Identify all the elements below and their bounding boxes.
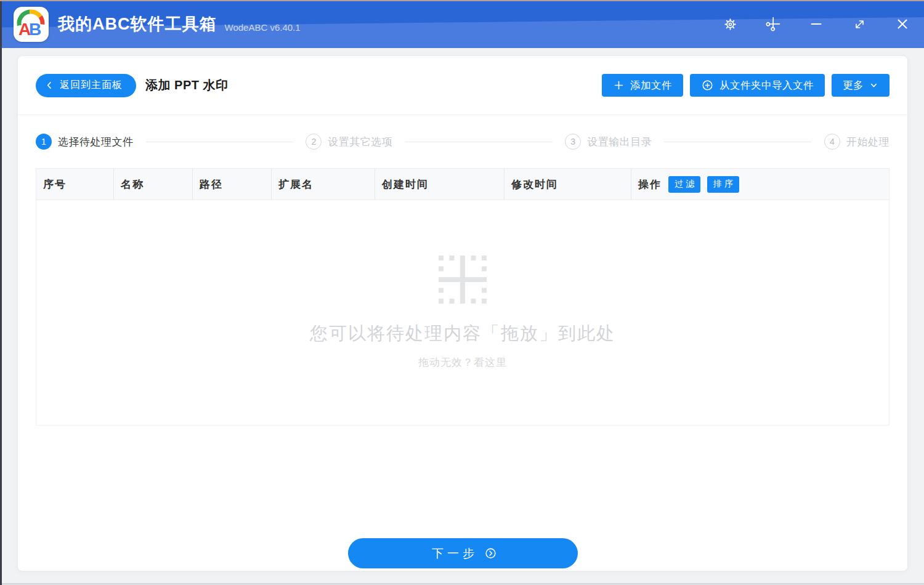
filter-button[interactable]: 过滤: [668, 176, 700, 193]
page-title: 添加 PPT 水印: [145, 77, 229, 94]
gear-icon: [723, 17, 737, 31]
step-3-output-dir[interactable]: 3 设置输出目录: [565, 134, 652, 150]
card-footer: 下一步: [18, 538, 907, 571]
import-from-folder-button[interactable]: 从文件夹中导入文件: [690, 74, 825, 97]
step-wizard: 1 选择待处理文件 2 设置其它选项 3 设置输出目录 4 开始处理: [18, 115, 907, 168]
snip-button[interactable]: [761, 12, 785, 36]
app-logo: A B: [14, 7, 49, 42]
step-1-label: 选择待处理文件: [58, 135, 134, 149]
circle-arrow-right-icon: [484, 547, 497, 560]
settings-button[interactable]: [718, 12, 742, 36]
more-label: 更多: [843, 79, 864, 92]
next-step-button[interactable]: 下一步: [348, 538, 578, 568]
column-header-created-time: 创建时间: [375, 169, 505, 200]
step-2-label: 设置其它选项: [328, 135, 392, 149]
diagonal-resize-icon: [853, 17, 867, 31]
step-connector: [664, 142, 812, 142]
app-title: 我的ABC软件工具箱: [58, 13, 217, 35]
step-4-start-process[interactable]: 4 开始处理: [824, 134, 890, 150]
scissors-icon: [766, 17, 780, 31]
app-version: WodeABC v6.40.1: [225, 22, 301, 33]
drop-zone-hint: 您可以将待处理内容「拖放」到此处: [310, 321, 615, 346]
add-files-button[interactable]: 添加文件: [602, 74, 683, 97]
column-header-modified-time: 修改时间: [505, 169, 631, 200]
step-connector: [146, 142, 294, 142]
next-step-label: 下一步: [432, 546, 478, 562]
titlebar: A B 我的ABC软件工具箱 WodeABC v6.40.1: [0, 0, 924, 48]
step-1-number: 1: [36, 134, 52, 150]
column-header-index: 序号: [36, 169, 114, 200]
screen-left-edge: [0, 1, 2, 585]
column-header-actions: 操作 过滤 排序: [631, 169, 889, 200]
file-table-header: 序号 名称 路径 扩展名 创建时间 修改时间 操作 过滤 排序: [36, 168, 890, 200]
card-header: 返回到主面板 添加 PPT 水印 添加文件 从文件夹中导入文件 更多: [18, 56, 907, 115]
back-to-dashboard-button[interactable]: 返回到主面板: [36, 74, 136, 97]
drop-zone-help-link[interactable]: 拖动无效？看这里: [418, 355, 507, 369]
column-header-name: 名称: [114, 169, 193, 200]
step-2-number: 2: [306, 134, 322, 150]
screen-top-edge: [0, 0, 924, 1]
column-header-path: 路径: [193, 169, 272, 200]
main-card: 返回到主面板 添加 PPT 水印 添加文件 从文件夹中导入文件 更多: [17, 55, 908, 571]
step-3-label: 设置输出目录: [587, 135, 652, 149]
minimize-button[interactable]: [804, 12, 829, 36]
step-connector: [405, 142, 553, 142]
step-4-number: 4: [824, 134, 840, 150]
chevron-left-icon: [44, 80, 55, 91]
minus-icon: [809, 17, 824, 31]
column-header-extension: 扩展名: [272, 169, 375, 200]
close-button[interactable]: [890, 12, 915, 36]
more-button[interactable]: 更多: [832, 74, 890, 97]
titlebar-actions: [718, 12, 915, 36]
resize-button[interactable]: [847, 12, 872, 36]
drop-target-icon: [439, 256, 487, 304]
step-2-other-options[interactable]: 2 设置其它选项: [306, 134, 392, 150]
step-4-label: 开始处理: [846, 135, 890, 149]
file-drop-zone[interactable]: 您可以将待处理内容「拖放」到此处 拖动无效？看这里: [36, 200, 890, 426]
sort-button[interactable]: 排序: [707, 176, 739, 193]
step-1-select-files[interactable]: 1 选择待处理文件: [36, 134, 134, 150]
step-3-number: 3: [565, 134, 581, 150]
logo-letter-b: B: [29, 20, 41, 39]
close-icon: [895, 17, 910, 31]
plus-icon: [613, 79, 625, 91]
chevron-down-icon: [869, 81, 878, 90]
app-logo-icon: A B: [14, 7, 49, 41]
add-files-label: 添加文件: [630, 79, 672, 92]
circle-plus-icon: [701, 79, 714, 92]
import-from-folder-label: 从文件夹中导入文件: [719, 79, 814, 92]
back-button-label: 返回到主面板: [60, 79, 123, 92]
header-actions: 添加文件 从文件夹中导入文件 更多: [602, 74, 890, 97]
